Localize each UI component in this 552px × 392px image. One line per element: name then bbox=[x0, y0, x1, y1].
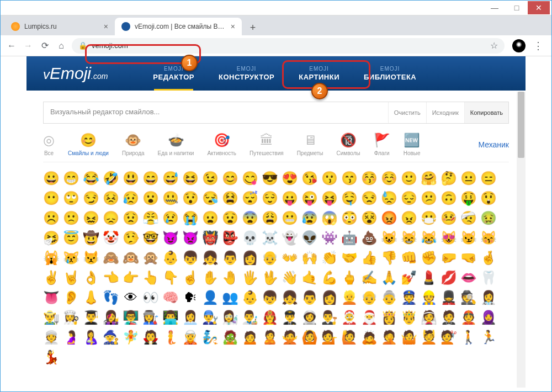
emoji-cell[interactable]: 😃 bbox=[123, 170, 139, 187]
emoji-cell[interactable]: 😢 bbox=[162, 210, 179, 226]
emoji-cell[interactable]: 🤰 bbox=[63, 329, 79, 346]
emoji-cell[interactable]: 😾 bbox=[83, 250, 99, 266]
emoji-cell[interactable]: 😖 bbox=[83, 210, 99, 226]
emoji-cell[interactable]: 💩 bbox=[361, 230, 378, 246]
emoji-cell[interactable]: 👉 bbox=[123, 269, 139, 286]
emoji-cell[interactable]: 🖕 bbox=[341, 269, 358, 286]
emoji-cell[interactable]: 😷 bbox=[421, 210, 437, 226]
emoji-cell[interactable]: 😳 bbox=[341, 210, 358, 226]
emoji-cell[interactable]: 🧞 bbox=[202, 329, 219, 346]
category-Новые[interactable]: 🆕Новые bbox=[404, 133, 421, 156]
emoji-cell[interactable]: ✍️ bbox=[361, 269, 378, 286]
emoji-cell[interactable]: 👨 bbox=[222, 250, 238, 266]
reload-button[interactable]: ⟳ bbox=[39, 40, 51, 52]
nav-item-конструктор[interactable]: EMOJIКОНСТРУКТОР bbox=[206, 56, 286, 91]
emoji-cell[interactable]: 👸 bbox=[381, 309, 397, 326]
emoji-cell[interactable]: 👵 bbox=[381, 289, 397, 306]
emoji-cell[interactable]: 🙎 bbox=[262, 329, 278, 346]
emoji-cell[interactable]: 😣 bbox=[103, 190, 119, 206]
emoji-cell[interactable]: 👎 bbox=[381, 250, 397, 266]
new-tab-button[interactable]: + bbox=[245, 20, 261, 35]
emoji-cell[interactable]: 🤚 bbox=[222, 269, 238, 286]
emoji-cell[interactable]: 👅 bbox=[43, 289, 60, 306]
emoji-cell[interactable]: 🤕 bbox=[460, 210, 477, 226]
emoji-cell[interactable]: 👩‍🍳 bbox=[63, 309, 79, 326]
emoji-cell[interactable]: 🤵 bbox=[440, 309, 457, 326]
emoji-cell[interactable]: 😪 bbox=[202, 190, 219, 206]
emoji-cell[interactable]: 🧜 bbox=[162, 329, 179, 346]
emoji-cell[interactable]: 👨‍🏫 bbox=[123, 309, 139, 326]
emoji-cell[interactable]: 🙂 bbox=[401, 170, 417, 187]
emoji-cell[interactable]: 👨‍🎓 bbox=[83, 309, 99, 326]
window-close-button[interactable]: ✕ bbox=[528, 1, 550, 14]
mechanik-link[interactable]: Механик bbox=[478, 140, 509, 149]
emoji-cell[interactable]: 😡 bbox=[381, 210, 397, 226]
emoji-cell[interactable]: 🤴 bbox=[401, 309, 417, 326]
emoji-cell[interactable]: 🙃 bbox=[440, 190, 457, 206]
emoji-cell[interactable]: 😆 bbox=[182, 170, 199, 187]
emoji-cell[interactable]: 🙊 bbox=[142, 250, 159, 266]
emoji-cell[interactable]: 😘 bbox=[301, 170, 318, 187]
emoji-cell[interactable]: 👋 bbox=[282, 269, 298, 286]
emoji-cell[interactable]: 👏 bbox=[321, 250, 338, 266]
emoji-cell[interactable]: 👹 bbox=[202, 230, 219, 246]
emoji-cell[interactable]: 👴 bbox=[361, 289, 378, 306]
emoji-cell[interactable]: 🤗 bbox=[421, 170, 437, 187]
emoji-cell[interactable]: 👩‍⚕️ bbox=[480, 289, 497, 306]
emoji-cell[interactable]: 👶 bbox=[242, 289, 258, 306]
emoji-cell[interactable]: 😨 bbox=[242, 210, 258, 226]
emoji-cell[interactable]: 🙇 bbox=[361, 329, 378, 346]
emoji-cell[interactable]: 😯 bbox=[182, 190, 199, 206]
emoji-cell[interactable]: 👶 bbox=[162, 250, 179, 266]
emoji-cell[interactable]: 👿 bbox=[182, 230, 199, 246]
emoji-cell[interactable]: 😗 bbox=[321, 170, 338, 187]
emoji-cell[interactable]: 😽 bbox=[480, 230, 497, 246]
tab-close-icon[interactable]: × bbox=[104, 22, 108, 31]
emoji-cell[interactable]: ☹️ bbox=[43, 210, 60, 226]
bookmark-star-icon[interactable]: ☆ bbox=[490, 40, 498, 51]
emoji-cell[interactable]: 🙆 bbox=[301, 329, 318, 346]
emoji-cell[interactable]: 🗣 bbox=[182, 289, 199, 306]
category-Природа[interactable]: 🐵Природа bbox=[122, 133, 145, 156]
emoji-cell[interactable]: 🧕 bbox=[480, 309, 497, 326]
nav-item-библиотека[interactable]: EMOJIБИБЛИОТЕКА bbox=[352, 56, 428, 91]
emoji-cell[interactable]: 😚 bbox=[361, 170, 378, 187]
emoji-cell[interactable]: 😤 bbox=[142, 210, 159, 226]
source-button[interactable]: Исходник bbox=[426, 102, 464, 123]
emoji-cell[interactable]: 😩 bbox=[262, 210, 278, 226]
emoji-cell[interactable]: 🙀 bbox=[43, 250, 60, 266]
emoji-cell[interactable]: 👷 bbox=[421, 289, 437, 306]
emoji-cell[interactable]: 👂 bbox=[63, 289, 79, 306]
emoji-cell[interactable]: 🧚 bbox=[123, 329, 139, 346]
emoji-cell[interactable]: 👩‍🏭 bbox=[142, 309, 159, 326]
emoji-cell[interactable]: 🤥 bbox=[123, 230, 139, 246]
emoji-cell[interactable]: 😇 bbox=[63, 230, 79, 246]
emoji-cell[interactable]: 🤘 bbox=[63, 269, 79, 286]
emoji-cell[interactable]: ✋ bbox=[202, 269, 219, 286]
emoji-cell[interactable]: 🤱 bbox=[83, 329, 99, 346]
emoji-cell[interactable]: 👌 bbox=[83, 269, 99, 286]
emoji-cell[interactable]: 😑 bbox=[480, 170, 497, 187]
emoji-cell[interactable]: 👩 bbox=[321, 289, 338, 306]
emoji-cell[interactable]: 🖖 bbox=[262, 269, 278, 286]
emoji-cell[interactable]: 🎅 bbox=[361, 309, 378, 326]
emoji-cell[interactable]: 👥 bbox=[222, 289, 238, 306]
category-Активность[interactable]: 🎯Активность bbox=[207, 133, 236, 156]
emoji-cell[interactable]: 😟 bbox=[123, 210, 139, 226]
emoji-cell[interactable]: 😀 bbox=[43, 170, 60, 187]
emoji-cell[interactable]: 👨‍🌾 bbox=[43, 309, 60, 326]
emoji-cell[interactable]: 💋 bbox=[440, 269, 457, 286]
emoji-cell[interactable]: 👈 bbox=[103, 269, 119, 286]
page-scrollbar[interactable] bbox=[517, 92, 526, 388]
emoji-cell[interactable]: 👧 bbox=[282, 289, 298, 306]
emoji-cell[interactable]: 🤑 bbox=[460, 190, 477, 206]
emoji-cell[interactable]: 👍 bbox=[361, 250, 378, 266]
profile-avatar[interactable] bbox=[512, 39, 526, 52]
emoji-cell[interactable]: 😹 bbox=[421, 230, 437, 246]
emoji-cell[interactable]: 👁 bbox=[123, 289, 139, 306]
emoji-cell[interactable]: 🙅 bbox=[282, 329, 298, 346]
emoji-cell[interactable]: 😥 bbox=[123, 190, 139, 206]
emoji-cell[interactable]: 🙍 bbox=[242, 329, 258, 346]
emoji-cell[interactable]: 🧙 bbox=[103, 329, 119, 346]
emoji-cell[interactable]: 👱 bbox=[341, 289, 358, 306]
